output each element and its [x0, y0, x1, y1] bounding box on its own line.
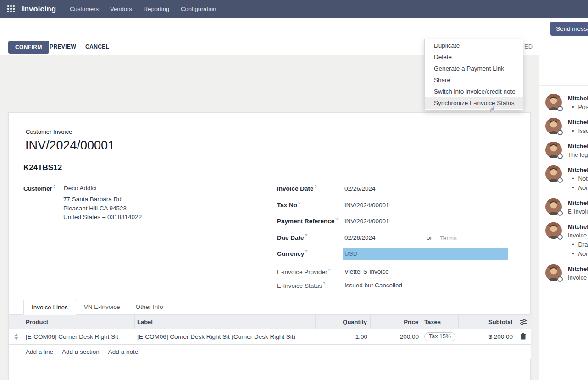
message-item[interactable]: Mitchell Invoice C [545, 264, 588, 282]
currency-field[interactable]: USD [343, 248, 508, 260]
currency-value: USD [344, 250, 358, 257]
add-a-note-link[interactable]: Add a note [108, 348, 138, 355]
tab-other-info[interactable]: Other Info [128, 300, 171, 314]
delete-line-button[interactable] [516, 333, 530, 340]
currency-label: Currency? [277, 249, 307, 257]
help-icon: ? [323, 281, 325, 286]
help-icon: ? [298, 201, 300, 205]
chatter-panel: Send message Mitchell Post [539, 18, 588, 380]
message-item[interactable]: Mitchell The lega [545, 142, 588, 160]
payment-reference-label: Payment Reference? [277, 217, 338, 225]
apps-grid-icon[interactable] [7, 5, 16, 13]
invoice-date-value[interactable]: 02/26/2024 [344, 185, 376, 192]
message-item[interactable]: Mitchell Post [545, 94, 588, 112]
message-item[interactable]: Mitchell Not None [545, 165, 588, 193]
presence-indicator-icon [557, 130, 563, 135]
customer-value[interactable]: Deco Addict [64, 185, 97, 192]
drag-handle-icon[interactable] [9, 334, 23, 340]
column-header-price[interactable]: Price [371, 315, 422, 329]
avatar [545, 94, 562, 110]
message-author[interactable]: Mitchell [568, 265, 588, 273]
column-header-label[interactable]: Label [135, 315, 316, 329]
menu-item-delete[interactable]: Delete [425, 51, 523, 63]
invoice-lines-table: Product Label Quantity Price Taxes Subto… [9, 315, 531, 359]
menu-configuration[interactable]: Configuration [181, 6, 216, 12]
invoice-line-row[interactable]: [E-COM06] Corner Desk Right Sit [E-COM06… [9, 329, 531, 345]
line-quantity[interactable]: 1.00 [316, 333, 371, 340]
presence-indicator-icon [557, 234, 563, 240]
column-header-quantity[interactable]: Quantity [316, 315, 371, 329]
help-icon: ? [305, 249, 307, 254]
tab-invoice-lines[interactable]: Invoice Lines [23, 300, 76, 315]
message-line: None [568, 183, 588, 193]
line-price[interactable]: 200.00 [371, 333, 422, 340]
action-dropdown-menu: Duplicate Delete Generate a Payment Link… [424, 39, 523, 110]
send-message-button[interactable]: Send message [550, 22, 588, 36]
invoice-date-label: Invoice Date? [277, 184, 317, 192]
menu-customers[interactable]: Customers [70, 6, 99, 12]
presence-indicator-icon [557, 106, 563, 111]
help-icon: ? [305, 233, 307, 238]
message-author[interactable]: Mitchell [568, 166, 588, 174]
preview-button[interactable]: PREVIEW [50, 44, 76, 50]
add-a-section-link[interactable]: Add a section [62, 348, 100, 355]
menu-item-switch-invoice-credit-note[interactable]: Switch into invoice/credit note [425, 86, 523, 97]
menu-item-duplicate[interactable]: Duplicate [425, 40, 523, 51]
column-header-subtotal[interactable]: Subtotal [459, 315, 516, 329]
help-icon: ? [328, 268, 331, 272]
presence-indicator-icon [557, 177, 563, 183]
address-line: United States – 0318314022 [63, 213, 142, 222]
empty-row-divider [9, 375, 531, 375]
einvoice-status-value: Issued but Cancelled [344, 282, 402, 289]
add-a-line-link[interactable]: Add a line [26, 348, 53, 355]
message-line: E-Invoice [568, 207, 588, 216]
mouse-cursor-icon: ☝ [490, 105, 495, 115]
message-author[interactable]: Mitchell [568, 142, 588, 150]
message-author[interactable]: Mitchell [568, 223, 588, 231]
message-item[interactable]: Mitchell Invoice w Draf None [545, 222, 588, 259]
help-icon: ? [53, 184, 55, 189]
message-author[interactable]: Mitchell [568, 118, 588, 127]
notebook-tabs: Invoice Lines VN E-Invoice Other Info [9, 300, 530, 315]
invoice-number: INV/2024/00001 [25, 138, 115, 153]
avatar [545, 165, 562, 182]
line-label[interactable]: [E-COM06] Corner Desk Right Sit (Corner … [135, 333, 316, 340]
message-author[interactable]: Mitchell [568, 199, 588, 207]
message-author[interactable]: Mitchell [568, 94, 588, 103]
column-header-taxes[interactable]: Taxes [422, 315, 459, 329]
menu-item-generate-payment-link[interactable]: Generate a Payment Link [425, 63, 523, 74]
menu-reporting[interactable]: Reporting [144, 6, 169, 12]
line-product[interactable]: [E-COM06] Corner Desk Right Sit [23, 333, 135, 340]
cancel-button[interactable]: CANCEL [85, 44, 109, 50]
message-line: Issue [568, 127, 588, 136]
message-item[interactable]: Mitchell Issue [545, 118, 588, 136]
app-name[interactable]: Invoicing [22, 5, 56, 13]
column-header-product[interactable]: Product [23, 315, 135, 329]
invoicing-app-screen: Invoicing Customers Vendors Reporting Co… [0, 0, 588, 380]
einvoice-status-label: E-Invoice Status? [277, 281, 325, 289]
menu-item-synchronize-einvoice-status[interactable]: Synchronize E-invoice Status [425, 97, 523, 109]
confirm-button[interactable]: CONFIRM [8, 41, 49, 54]
payment-terms-placeholder[interactable]: Terms [440, 235, 457, 242]
menu-vendors[interactable]: Vendors [110, 6, 132, 12]
chatter-dashed-divider [543, 47, 588, 47]
menu-item-share[interactable]: Share [425, 74, 523, 86]
message-line: The lega [568, 150, 588, 160]
message-line: Draf [568, 240, 588, 249]
message-line: Not [568, 174, 588, 183]
message-list: Mitchell Post Mitchell Issue [545, 94, 588, 288]
payment-reference-value[interactable]: INV/2024/00001 [344, 218, 389, 225]
message-item[interactable]: Mitchell E-Invoice [545, 198, 588, 216]
line-taxes[interactable]: Tax 15% [422, 332, 459, 341]
optional-columns-button[interactable] [516, 315, 530, 329]
tab-vn-einvoice[interactable]: VN E-Invoice [76, 300, 128, 314]
einvoice-provider-label: E-invoice Provider? [277, 268, 331, 275]
tax-no-value[interactable]: INV/2024/00001 [344, 202, 389, 209]
or-label: or [427, 234, 432, 241]
avatar [545, 142, 562, 158]
due-date-value[interactable]: 02/26/2024 [344, 234, 376, 241]
tax-badge[interactable]: Tax 15% [424, 332, 455, 341]
table-header-row: Product Label Quantity Price Taxes Subto… [9, 315, 531, 329]
document-type-label: Customer Invoice [26, 128, 72, 135]
help-icon: ? [315, 184, 317, 189]
